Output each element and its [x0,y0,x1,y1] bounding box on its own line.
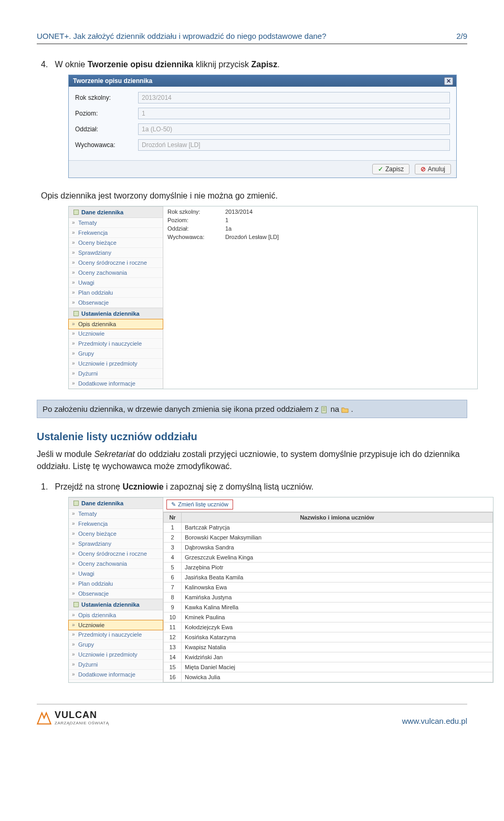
table-row[interactable]: 9Kawka Kalina Mirella [164,602,493,612]
svg-rect-0 [74,210,79,215]
cancel-button[interactable]: ⊘Anuluj [415,164,451,174]
nav-item[interactable]: Frekwencja [69,519,163,529]
nav-item[interactable]: Uczniowie [69,329,163,339]
students-table: Nr Nazwisko i imiona uczniów 1Bartczak P… [163,512,493,682]
nav-item[interactable]: Dodatkowe informacje [69,379,163,389]
dialog-title: Tworzenie opisu dziennika [73,77,152,85]
oddzial-field[interactable]: 1a (LO-50) [138,123,450,135]
section-body: Jeśli w module Sekretariat do oddziału z… [37,448,467,472]
wychowawca-label: Wychowawca: [75,141,138,149]
rok-label: Rok szkolny: [75,94,138,101]
nav-item[interactable]: Sprawdziany [69,539,163,549]
nav-item[interactable]: Opis dziennika [69,610,163,620]
nav-item[interactable]: Oceny zachowania [69,268,163,278]
nav-item[interactable]: Przedmioty i nauczyciele [69,339,163,349]
table-row[interactable]: 11Kołodziejczyk Ewa [164,622,493,632]
footer-url: www.vulcan.edu.pl [402,716,467,725]
rok-field[interactable]: 2013/2014 [138,92,450,103]
nav-item[interactable]: Plan oddziału [69,288,163,298]
detail-row: Oddział:1a [163,224,477,233]
pencil-icon: ✎ [171,501,176,508]
table-row[interactable]: 3Dąbrowska Sandra [164,542,493,552]
table-toolbar: ✎ Zmień listę uczniów [163,497,493,512]
detail-row: Rok szkolny:2013/2014 [163,207,477,216]
nav-item[interactable]: Dyżurni [69,369,163,379]
table-row[interactable]: 6Jasińska Beata Kamila [164,572,493,582]
page-footer: VULCAN ZARZĄDZANIE OŚWIATĄ www.vulcan.ed… [37,704,467,725]
page-lines-icon [321,406,328,413]
nav-item[interactable]: Uczniowie i przedmioty [69,650,163,660]
poziom-field[interactable]: 1 [138,108,450,119]
nav-item[interactable]: Oceny bieżące [69,529,163,539]
nav-item[interactable]: Obserwacje [69,589,163,599]
svg-rect-7 [74,602,79,607]
nav-item[interactable]: Frekwencja [69,228,163,238]
nav-panel: Dane dziennikaTematyFrekwencjaOceny bież… [69,206,163,389]
detail-panel: Rok szkolny:2013/2014Poziom:1Oddział:1aW… [163,206,477,389]
check-icon: ✓ [378,165,383,173]
close-icon[interactable]: ✕ [444,77,453,85]
table-row[interactable]: 2Borowski Kacper Maksymilian [164,532,493,542]
nav-item[interactable]: Uczniowie [68,620,163,630]
blue-info-note: Po założeniu dziennika, w drzewie danych… [37,400,467,418]
nav-item[interactable]: Plan oddziału [69,579,163,589]
table-row[interactable]: 15Mięta Daniel Maciej [164,662,493,672]
table-row[interactable]: 13Kwapisz Natalia [164,642,493,652]
table-row[interactable]: 1Bartczak Patrycja [164,522,493,532]
table-row[interactable]: 8Kamińska Justyna [164,592,493,602]
logo-tagline: ZARZĄDZANIE OŚWIATĄ [55,721,109,725]
dialog-title-bar: Tworzenie opisu dziennika ✕ [69,75,456,87]
oddzial-label: Oddział: [75,126,138,133]
students-table-area: ✎ Zmień listę uczniów Nr Nazwisko i imio… [163,497,493,682]
nav-item[interactable]: Sprawdziany [69,248,163,258]
detail-row: Wychowawca:Drozdoń Lesław [LD] [163,233,477,241]
nav-group-header: Ustawienia dziennika [69,599,163,610]
nav-item[interactable]: Oceny śródroczne i roczne [69,549,163,559]
change-students-button[interactable]: ✎ Zmień listę uczniów [166,500,233,510]
nav-group-header: Ustawienia dziennika [69,308,163,319]
nav-item[interactable]: Dodatkowe informacje [69,670,163,680]
logo-mark-icon [37,711,51,725]
nav-item[interactable]: Oceny bieżące [69,238,163,248]
nav-item[interactable]: Przedmioty i nauczyciele [69,630,163,640]
detail-row: Poziom:1 [163,216,477,224]
doc-header-title: UONET+. Jak założyć dziennik oddziału i … [37,32,327,40]
dialog-body: Rok szkolny:2013/2014 Poziom:1 Oddział:1… [69,87,456,160]
table-row[interactable]: 16Nowicka Julia [164,672,493,682]
col-nr: Nr [164,512,182,522]
nav-item[interactable]: Opis dziennika [68,319,163,329]
nav-item[interactable]: Uwagi [69,278,163,288]
dialog-footer: ✓Zapisz ⊘Anuluj [69,160,456,178]
col-name: Nazwisko i imiona uczniów [182,512,493,522]
nav-item[interactable]: Grupy [69,640,163,650]
table-row[interactable]: 14Kwidziński Jan [164,652,493,662]
nav-item[interactable]: Obserwacje [69,298,163,308]
nav-item[interactable]: Grupy [69,349,163,359]
step-1: 1. Przejdź na stronę Uczniowie i zapozna… [41,482,467,492]
nav-item[interactable]: Oceny zachowania [69,559,163,569]
nav-item[interactable]: Uczniowie i przedmioty [69,359,163,369]
svg-rect-1 [74,311,79,316]
screenshot-diary-nav: Dane dziennikaTematyFrekwencjaOceny bież… [68,206,478,389]
screenshot-students-list: Dane dziennikaTematyFrekwencjaOceny bież… [68,497,494,683]
table-row[interactable]: 5Jarzębina Piotr [164,562,493,572]
nav-item[interactable]: Dyżurni [69,660,163,670]
header-rule [37,44,467,44]
create-diary-dialog: Tworzenie opisu dziennika ✕ Rok szkolny:… [68,75,457,178]
nav-item[interactable]: Tematy [69,218,163,228]
table-row[interactable]: 12Kosińska Katarzyna [164,632,493,642]
doc-header-page: 2/9 [456,32,467,40]
logo-text: VULCAN [55,710,109,721]
save-button[interactable]: ✓Zapisz [372,164,410,174]
nav-group-header: Dane dziennika [69,497,163,509]
table-row[interactable]: 7Kalinowska Ewa [164,582,493,592]
cancel-icon: ⊘ [421,165,426,173]
poziom-label: Poziom: [75,110,138,117]
svg-rect-2 [322,407,327,413]
table-row[interactable]: 10Kminek Paulina [164,612,493,622]
table-row[interactable]: 4Grzeszczuk Ewelina Kinga [164,552,493,562]
nav-item[interactable]: Uwagi [69,569,163,579]
nav-item[interactable]: Tematy [69,509,163,519]
wychowawca-field[interactable]: Drozdoń Lesław [LD] [138,139,450,151]
nav-item[interactable]: Oceny śródroczne i roczne [69,258,163,268]
